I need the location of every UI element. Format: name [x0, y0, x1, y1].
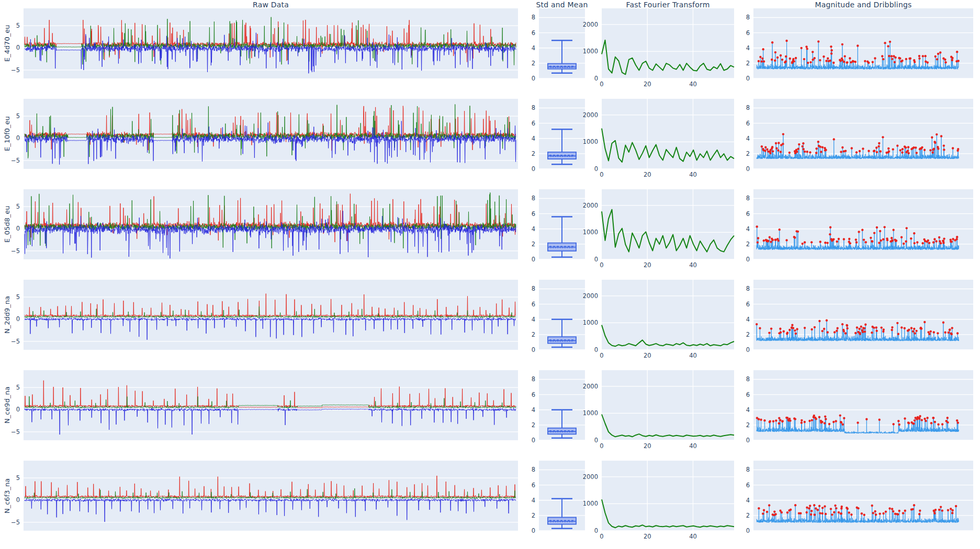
x-tick-label: 20 [644, 352, 651, 359]
y-tick-label: 8 [746, 285, 750, 292]
y-tick-label: 5 [16, 112, 20, 120]
raw-plot-row-5: 50−5 [11, 461, 518, 531]
y-tick-label: 0 [16, 134, 20, 142]
y-tick-label: 2000 [583, 202, 598, 209]
y-tick-label: 8 [746, 466, 750, 473]
y-tick-label: 6 [532, 391, 535, 398]
x-tick-label: 0 [600, 442, 603, 450]
y-tick-label: 0 [532, 165, 535, 173]
y-tick-label: 0 [746, 256, 750, 263]
y-tick-label: 8 [532, 375, 535, 383]
x-tick-label: 20 [644, 442, 651, 450]
fft-plot-row-5: 01000200002040 [583, 461, 734, 540]
x-tick-label: 0 [600, 81, 603, 88]
y-tick-label: 2 [532, 331, 535, 338]
x-tick-label: 20 [644, 533, 651, 540]
y-tick-label: 8 [532, 285, 535, 292]
box-plot-row-4: 02468 [532, 370, 585, 444]
raw-plot-row-2: 50−5 [11, 189, 518, 259]
y-tick-label: 6 [746, 301, 750, 308]
y-tick-label: 2 [746, 150, 750, 157]
y-tick-label: 8 [746, 14, 750, 21]
mag-plot-row-5: 02468 [746, 461, 973, 534]
x-tick-label: 40 [689, 533, 697, 540]
y-tick-label: 0 [746, 346, 750, 353]
y-tick-label: 0 [594, 346, 598, 353]
y-tick-label: 8 [532, 195, 535, 202]
y-tick-label: 0 [746, 75, 750, 82]
x-tick-label: 0 [600, 171, 603, 178]
row-label-e_05d8_eu: E_05d8_eu [1, 189, 13, 259]
y-tick-label: 6 [532, 301, 535, 308]
y-tick-label: 2000 [583, 383, 598, 390]
y-tick-label: 0 [594, 437, 598, 444]
y-tick-label: 2 [532, 60, 535, 67]
y-tick-label: 4 [746, 316, 750, 323]
column-title-raw-data: Raw Data [24, 1, 518, 9]
x-tick-label: 40 [689, 442, 697, 450]
y-tick-label: 0 [594, 75, 598, 82]
y-tick-label: 4 [532, 225, 535, 233]
x-tick-label: 20 [644, 81, 651, 88]
y-tick-label: 0 [16, 225, 20, 232]
x-tick-label: 20 [644, 171, 651, 178]
x-tick-label: 40 [689, 261, 697, 269]
x-tick-label: 40 [689, 171, 697, 178]
y-tick-label: 2 [746, 331, 750, 338]
fft-plot-row-3: 01000200002040 [583, 280, 734, 359]
y-tick-label: 8 [532, 14, 535, 21]
box-plot-row-3: 02468 [532, 280, 585, 353]
y-tick-label: 6 [746, 120, 750, 127]
raw-plot-row-1: 50−5 [11, 99, 518, 169]
y-tick-label: 4 [532, 316, 535, 323]
y-tick-label: 0 [746, 165, 750, 173]
y-tick-label: 6 [746, 391, 750, 398]
y-tick-label: 0 [16, 315, 20, 323]
y-tick-label: 0 [532, 437, 535, 444]
fft-plot-row-1: 01000200002040 [583, 99, 734, 178]
y-tick-label: 2 [532, 150, 535, 157]
mag-plot-row-0: 02468 [746, 8, 973, 82]
column-title-fast-fourier-transform: Fast Fourier Transform [602, 1, 734, 9]
column-title-magnitude-and-dribblings: Magnitude and Dribblings [753, 1, 973, 9]
fft-plot-row-4: 01000200002040 [583, 370, 734, 450]
box-plot-row-5: 02468 [532, 461, 585, 534]
y-tick-label: 4 [746, 135, 750, 142]
fft-plot-row-0: 01000200002040 [583, 8, 734, 88]
row-label-n_c6f3_na: N_c6f3_na [1, 461, 13, 531]
y-tick-label: 2 [746, 241, 750, 248]
y-tick-label: 2 [746, 60, 750, 67]
y-tick-label: 6 [532, 482, 535, 489]
y-tick-label: 0 [16, 406, 20, 413]
y-tick-label: 8 [532, 466, 535, 473]
raw-plot-row-4: 50−5 [11, 370, 518, 440]
y-tick-label: 5 [16, 203, 20, 210]
y-tick-label: 4 [532, 135, 535, 142]
y-tick-label: 6 [746, 482, 750, 489]
plots-canvas: 50−502468010002000020400246850−502468010… [0, 0, 980, 549]
y-tick-label: 8 [532, 104, 535, 111]
y-tick-label: 0 [16, 496, 20, 504]
y-tick-label: 8 [746, 375, 750, 383]
y-tick-label: 4 [746, 406, 750, 414]
y-tick-label: 2 [746, 512, 750, 519]
y-tick-label: 0 [746, 437, 750, 444]
y-tick-label: 4 [746, 225, 750, 233]
y-tick-label: 0 [532, 75, 535, 82]
box-plot-row-0: 02468 [532, 8, 585, 82]
row-label-n_2dd9_na: N_2dd9_na [1, 280, 13, 350]
y-tick-label: 0 [532, 527, 535, 534]
y-tick-label: 1000 [583, 48, 598, 55]
y-tick-label: 2 [746, 421, 750, 429]
x-tick-label: 40 [689, 81, 697, 88]
y-tick-label: 4 [532, 497, 535, 504]
mag-plot-row-1: 02468 [746, 99, 973, 173]
y-tick-label: 2000 [583, 111, 598, 119]
y-tick-label: 2 [532, 421, 535, 429]
x-tick-label: 20 [644, 261, 651, 269]
x-tick-label: 0 [600, 261, 603, 269]
row-label-n_ce9d_na: N_ce9d_na [1, 370, 13, 440]
y-tick-label: 0 [532, 256, 535, 263]
y-tick-label: 5 [16, 384, 20, 391]
row-label-e_4d70_eu: E_4d70_eu [1, 8, 13, 78]
